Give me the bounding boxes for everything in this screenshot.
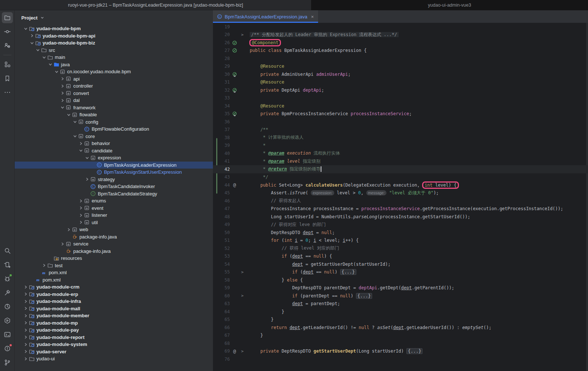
- tree-item-cn-iocoder-yudao-module-bpm[interactable]: cn.iocoder.yudao.module.bpm: [15, 68, 213, 75]
- project-folder-icon[interactable]: [2, 12, 13, 23]
- spring-check-icon[interactable]: [230, 40, 239, 45]
- code-line-27[interactable]: 27public class BpmTaskAssignLeaderExpres…: [213, 47, 588, 55]
- chevron-right-icon[interactable]: [23, 342, 29, 347]
- tree-item-yudao-module-bpm-api[interactable]: yudao-module-bpm-api: [15, 32, 213, 40]
- code-line-59[interactable]: 59 DeptRespDTO parentDept = deptApi.getD…: [213, 284, 588, 292]
- structure-icon[interactable]: [2, 59, 13, 70]
- chevron-right-icon[interactable]: [60, 98, 65, 103]
- code-line-35[interactable]: 35 private BpmProcessInstanceService pro…: [213, 110, 588, 118]
- project-panel-header[interactable]: Project: [15, 10, 213, 25]
- build-icon[interactable]: [2, 287, 13, 298]
- code-line-55[interactable]: 55> if (dept == null) {...}: [213, 268, 588, 276]
- tree-item-candidate[interactable]: candidate: [15, 147, 213, 155]
- tree-item-yudao-module-pay[interactable]: yudao-module-pay: [15, 326, 213, 334]
- chevron-down-icon[interactable]: [54, 69, 60, 75]
- commit-icon[interactable]: [2, 26, 13, 37]
- tree-item-controller[interactable]: controller: [15, 82, 213, 90]
- spring-wire-icon[interactable]: [230, 111, 239, 116]
- services-icon[interactable]: [2, 315, 13, 326]
- chevron-right-icon[interactable]: [23, 313, 29, 319]
- chevron-right-icon[interactable]: [23, 305, 29, 311]
- chevron-down-icon[interactable]: [60, 105, 65, 110]
- tree-item-util[interactable]: util: [15, 219, 213, 226]
- tree-item-strategy[interactable]: strategy: [15, 176, 213, 183]
- chevron-right-icon[interactable]: [60, 83, 65, 89]
- tree-item-test[interactable]: test: [15, 262, 213, 269]
- code-line-32[interactable]: 32 private DeptApi deptApi;: [213, 86, 588, 94]
- code-line-41[interactable]: 41 * @param level 指定级别: [213, 158, 588, 166]
- code-line-67[interactable]: 67 }: [213, 332, 588, 340]
- code-line-48[interactable]: 48 Long startUserId = NumberUtils.parseL…: [213, 213, 588, 221]
- tree-item-bpmflowableconfiguration[interactable]: CBpmFlowableConfiguration: [15, 126, 213, 133]
- code-line-69[interactable]: 69@> private DeptRespDTO getStartUserDep…: [213, 347, 588, 356]
- code-line-44[interactable]: 44@ public Set<Long> calculateUsers(Dele…: [213, 181, 588, 189]
- spring-bean-icon[interactable]: [230, 48, 239, 53]
- chevron-down-icon[interactable]: [66, 112, 72, 118]
- tree-item-flowable[interactable]: flowable: [15, 111, 213, 119]
- fold-arrow-icon[interactable]: >: [239, 349, 245, 354]
- chevron-down-icon[interactable]: [84, 155, 90, 161]
- annotation-gutter-icon[interactable]: @: [230, 349, 239, 354]
- code-line-28[interactable]: 28: [213, 54, 588, 63]
- tree-item-framework[interactable]: framework: [15, 104, 213, 112]
- code-line-52[interactable]: 52 // 获得 level 对应的部门: [213, 244, 588, 252]
- chevron-right-icon[interactable]: [23, 356, 29, 362]
- chevron-right-icon[interactable]: [41, 262, 47, 268]
- code-line-33[interactable]: 33: [213, 94, 588, 102]
- chevron-right-icon[interactable]: [23, 349, 29, 354]
- fold-arrow-icon[interactable]: >: [239, 270, 245, 275]
- fold-arrow-icon[interactable]: >: [239, 293, 245, 298]
- chevron-right-icon[interactable]: [84, 176, 90, 182]
- code-line-54[interactable]: 54 dept = getStartUserDept(startUserId);: [213, 260, 588, 268]
- chevron-right-icon[interactable]: [78, 141, 84, 146]
- code-line-50[interactable]: 50 DeptRespDTO dept = null;: [213, 229, 588, 237]
- tree-item-bpmtaskassignstartuserexpression[interactable]: CBpmTaskAssignStartUserExpression: [15, 169, 213, 176]
- spring-wire-icon[interactable]: [230, 72, 239, 77]
- tree-item-expression[interactable]: expression: [15, 154, 213, 162]
- tree-item-src[interactable]: src: [15, 47, 213, 54]
- tree-item-pom-xml[interactable]: mpom.xml: [15, 269, 213, 276]
- code-line-66[interactable]: 66 return dept.getLeaderUserId() != null…: [213, 324, 588, 332]
- tree-item-yudao-module-bpm-biz[interactable]: yudao-module-bpm-biz: [15, 39, 213, 47]
- code-line-46[interactable]: 46 // 获得发起人: [213, 197, 588, 205]
- fold-arrow-icon[interactable]: >: [239, 32, 245, 37]
- more-icon[interactable]: [2, 87, 13, 98]
- chevron-down-icon[interactable]: [78, 148, 84, 153]
- chevron-down-icon[interactable]: [23, 26, 29, 32]
- tree-item-pom-xml[interactable]: mpom.xml: [15, 276, 213, 284]
- debug-icon[interactable]: [2, 273, 13, 284]
- code-line-39[interactable]: 39 *: [213, 142, 588, 150]
- chevron-right-icon[interactable]: [23, 298, 29, 304]
- chevron-right-icon[interactable]: [29, 33, 35, 39]
- tree-item-bpmtaskcandidatestrategy[interactable]: IBpmTaskCandidateStrategy: [15, 190, 213, 198]
- tree-item-api[interactable]: api: [15, 75, 213, 83]
- chevron-right-icon[interactable]: [66, 227, 72, 233]
- tree-item-yudao-server[interactable]: yudao-server: [15, 348, 213, 356]
- profiler-icon[interactable]: [2, 301, 13, 312]
- code-line-47[interactable]: 47 ProcessInstance processInstance = pro…: [213, 205, 588, 213]
- chevron-right-icon[interactable]: [23, 327, 29, 333]
- tree-item-package-info-java[interactable]: package-info.java: [15, 248, 213, 255]
- chevron-down-icon[interactable]: [72, 133, 78, 139]
- code-line-58[interactable]: 58 } else {: [213, 276, 588, 284]
- tree-item-resources[interactable]: resources: [15, 255, 213, 262]
- run-tool-icon[interactable]: [2, 259, 13, 270]
- chevron-right-icon[interactable]: [78, 219, 84, 225]
- code-line-37[interactable]: 37 /**: [213, 126, 588, 134]
- annotation-gutter-icon[interactable]: @: [230, 182, 239, 188]
- code-line-42[interactable]: 42 * @return 指定级别的领导: [213, 165, 588, 173]
- code-line-20[interactable]: 20>/** 分配给发起人的 Leader 审批的 Expression 流程表…: [213, 31, 588, 39]
- chevron-right-icon[interactable]: [23, 284, 29, 290]
- tree-item-yudao-module-infra[interactable]: yudao-module-infra: [15, 298, 213, 305]
- spring-wire-icon[interactable]: [230, 88, 239, 93]
- code-line-53[interactable]: 53 if (dept == null) {: [213, 252, 588, 261]
- tree-item-convert[interactable]: convert: [15, 90, 213, 97]
- tree-item-yudao-ui[interactable]: yudao-ui: [15, 355, 213, 363]
- folded-region[interactable]: {...}: [356, 293, 372, 299]
- tree-item-service[interactable]: service: [15, 240, 213, 248]
- code-line-31[interactable]: 31 @Resource: [213, 78, 588, 86]
- chevron-right-icon[interactable]: [78, 212, 84, 218]
- chevron-right-icon[interactable]: [78, 198, 84, 204]
- tree-item-yudao-module-system[interactable]: yudao-module-system: [15, 341, 213, 348]
- bookmarks-icon[interactable]: [2, 73, 13, 84]
